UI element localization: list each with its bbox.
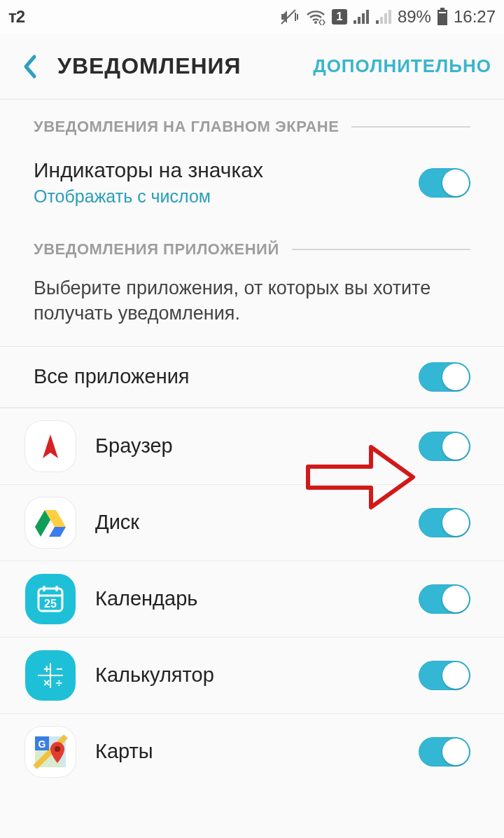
app-bar: УВЕДОМЛЕНИЯ ДОПОЛНИТЕЛЬНО	[0, 34, 504, 99]
back-button[interactable]	[13, 50, 46, 83]
all-apps-label: Все приложения	[34, 365, 419, 388]
svg-rect-10	[440, 8, 444, 10]
svg-text:÷: ÷	[56, 677, 62, 689]
apps-description: Выберите приложения, от которых вы хотит…	[0, 266, 504, 346]
advanced-button[interactable]: ДОПОЛНИТЕЛЬНО	[313, 55, 491, 77]
svg-text:×: ×	[43, 677, 50, 689]
svg-point-31	[55, 746, 60, 752]
signal-2-icon	[375, 9, 392, 25]
app-name-label: Браузер	[95, 434, 419, 458]
battery-icon	[437, 8, 448, 26]
app-name-label: Диск	[95, 511, 419, 534]
svg-rect-6	[376, 20, 379, 24]
app-row-browser[interactable]: Браузер	[0, 408, 504, 484]
divider	[351, 126, 470, 128]
clock: 16:27	[454, 7, 496, 27]
all-apps-row[interactable]: Все приложения	[0, 347, 504, 408]
app-toggle-calculator[interactable]	[419, 661, 470, 690]
svg-rect-12	[439, 12, 446, 13]
section-header-lockscreen: УВЕДОМЛЕНИЯ НА ГЛАВНОМ ЭКРАНЕ	[0, 99, 504, 143]
svg-rect-9	[388, 10, 391, 24]
section-label: УВЕДОМЛЕНИЯ ПРИЛОЖЕНИЙ	[34, 240, 279, 259]
row-title: Индикаторы на значках	[34, 158, 419, 182]
svg-rect-5	[366, 10, 369, 24]
svg-text:G: G	[38, 739, 46, 750]
app-toggle-calendar[interactable]	[419, 584, 470, 614]
signal-1-icon	[353, 9, 370, 25]
google-drive-icon	[25, 497, 76, 548]
app-row-calendar[interactable]: 25 Календарь	[0, 561, 504, 637]
carrier-label: т2	[8, 7, 24, 27]
badge-indicators-row[interactable]: Индикаторы на значках Отображать с число…	[0, 143, 504, 222]
svg-rect-7	[380, 17, 383, 24]
sim-slot-icon: 1	[332, 9, 347, 25]
wifi-icon	[305, 8, 326, 25]
svg-text:25: 25	[44, 598, 57, 610]
svg-rect-2	[354, 20, 356, 24]
app-name-label: Калькулятор	[95, 664, 419, 687]
mute-vibrate-icon	[280, 8, 300, 25]
app-name-label: Карты	[95, 740, 419, 763]
calendar-icon: 25	[25, 574, 76, 624]
google-maps-icon: G	[25, 727, 76, 777]
section-label: УВЕДОМЛЕНИЯ НА ГЛАВНОМ ЭКРАНЕ	[34, 118, 339, 136]
svg-rect-8	[384, 13, 387, 24]
app-row-maps[interactable]: G Карты	[0, 713, 504, 790]
chevron-left-icon	[22, 54, 37, 79]
divider	[292, 249, 470, 250]
page-title: УВЕДОМЛЕНИЯ	[57, 53, 313, 79]
app-row-drive[interactable]: Диск	[0, 484, 504, 561]
app-name-label: Календарь	[95, 587, 419, 610]
svg-text:−: −	[56, 663, 62, 675]
svg-marker-14	[49, 527, 66, 537]
section-header-apps: УВЕДОМЛЕНИЯ ПРИЛОЖЕНИЙ	[0, 222, 504, 266]
svg-point-1	[314, 21, 317, 24]
app-toggle-maps[interactable]	[419, 737, 470, 767]
badge-indicators-toggle[interactable]	[419, 168, 470, 198]
calculator-icon: +−×÷	[25, 650, 76, 701]
svg-text:+: +	[43, 663, 50, 675]
row-subtitle: Отображать с числом	[34, 186, 419, 207]
app-toggle-drive[interactable]	[419, 508, 470, 537]
battery-percent: 89%	[398, 7, 431, 27]
app-toggle-browser[interactable]	[419, 432, 470, 461]
svg-rect-3	[358, 17, 360, 24]
app-row-calculator[interactable]: +−×÷ Калькулятор	[0, 637, 504, 713]
all-apps-toggle[interactable]	[419, 362, 470, 392]
svg-rect-4	[362, 13, 365, 24]
yandex-browser-icon	[25, 421, 76, 472]
status-bar: т2 1 89% 16:27	[0, 0, 504, 34]
